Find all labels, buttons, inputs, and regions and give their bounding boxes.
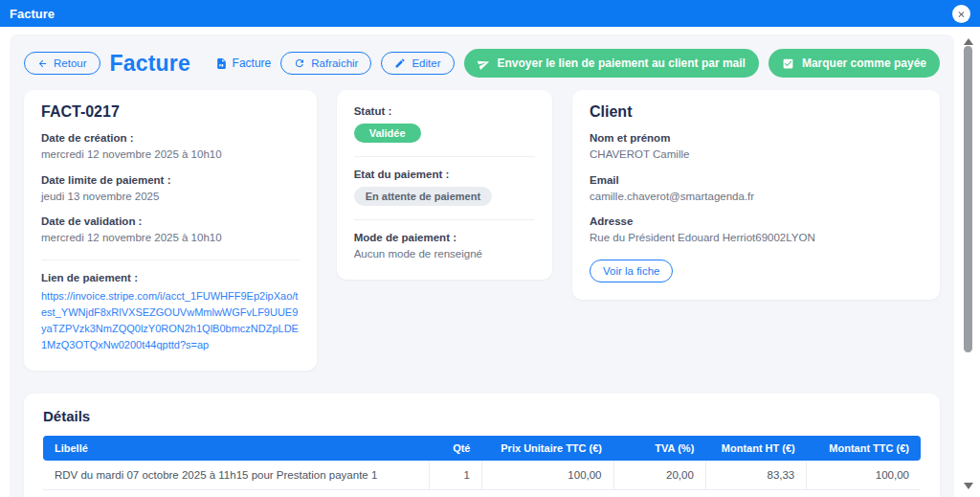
window-title: Facture	[10, 7, 55, 21]
refresh-icon	[294, 57, 305, 69]
pencil-icon	[394, 57, 406, 69]
status-label: Statut :	[354, 105, 535, 117]
invoice-pdf-link-label: Facture	[233, 56, 272, 70]
scroll-up-arrow-icon[interactable]	[964, 38, 973, 45]
client-email-value: camille.chaverot@smartagenda.fr	[590, 190, 923, 205]
cell-libelle: RDV du mardi 07 octobre 2025 à 11h15 pou…	[43, 461, 429, 490]
client-address-value: Rue du Président Edouard Herriot69002LYO…	[590, 231, 923, 246]
window-titlebar: Facture	[0, 0, 980, 27]
client-name-value: CHAVEROT Camille	[590, 147, 923, 163]
client-address-label: Adresse	[590, 215, 923, 227]
cell-montant-ht: 83,33	[705, 461, 806, 490]
details-title: Détails	[43, 408, 921, 424]
view-client-file-label: Voir la fiche	[603, 265, 659, 277]
payment-link[interactable]: https://invoice.stripe.com/i/acct_1FUWHF…	[41, 288, 300, 353]
invoice-card-divider	[41, 260, 300, 260]
edit-button[interactable]: Editer	[381, 52, 454, 75]
cell-prix-unitaire: 100,00	[481, 461, 613, 490]
cell-tva: 20,00	[613, 461, 705, 490]
back-button[interactable]: Retour	[24, 52, 100, 75]
details-card: Détails Libellé Qté Prix Unitaire TTC (€…	[24, 394, 940, 497]
due-date-value: jeudi 13 novembre 2025	[41, 190, 300, 205]
status-badge: Validée	[354, 124, 421, 143]
column-header-qte: Qté	[429, 436, 481, 461]
due-date-label: Date limite de paiement :	[41, 174, 300, 186]
column-header-tva: TVA (%)	[613, 436, 705, 461]
column-header-libelle: Libellé	[43, 436, 429, 461]
client-email-label: Email	[590, 174, 923, 186]
edit-button-label: Editer	[412, 57, 440, 69]
scroll-down-arrow-icon[interactable]	[964, 483, 973, 489]
close-button[interactable]	[952, 5, 970, 23]
page-title: Facture	[110, 51, 190, 77]
validation-date-value: mercredi 12 novembre 2025 à 10h10	[41, 231, 300, 246]
column-header-prix-unitaire: Prix Unitaire TTC (€)	[481, 436, 613, 461]
payment-link-label: Lien de paiement :	[41, 272, 300, 283]
mark-paid-button[interactable]: Marquer comme payée	[768, 49, 940, 78]
cell-montant-ttc: 100,00	[807, 461, 921, 490]
invoice-number: FACT-0217	[41, 103, 300, 121]
check-square-icon	[782, 57, 794, 70]
paper-plane-icon	[478, 57, 490, 70]
view-client-file-button[interactable]: Voir la fiche	[590, 260, 673, 282]
table-row: RDV du mardi 07 octobre 2025 à 11h15 pou…	[43, 461, 921, 490]
payment-mode-label: Mode de paiement :	[354, 232, 535, 243]
close-icon	[957, 10, 966, 18]
toolbar: Retour Facture Facture Rafraichir Edite	[24, 49, 940, 78]
creation-date-value: mercredi 12 novembre 2025 à 10h10	[41, 147, 300, 163]
details-header-row: Libellé Qté Prix Unitaire TTC (€) TVA (%…	[43, 436, 921, 461]
client-name-label: Nom et prénom	[590, 132, 923, 144]
status-card-divider-2	[354, 219, 535, 220]
creation-date-label: Date de création :	[41, 132, 300, 144]
pdf-file-icon	[215, 57, 228, 70]
info-cards-row: FACT-0217 Date de création : mercredi 12…	[24, 90, 940, 371]
arrow-left-icon	[37, 58, 48, 69]
refresh-button[interactable]: Rafraichir	[280, 52, 371, 75]
column-header-montant-ht: Montant HT (€)	[705, 436, 806, 461]
invoice-pdf-link[interactable]: Facture	[215, 56, 272, 70]
mark-paid-label: Marquer comme payée	[802, 56, 926, 70]
payment-mode-value: Aucun mode de renseigné	[354, 247, 535, 262]
send-payment-link-label: Envoyer le lien de paiement au client pa…	[498, 56, 746, 70]
payment-state-label: Etat du paiement :	[354, 169, 535, 180]
cell-qte: 1	[429, 461, 481, 490]
invoice-card: FACT-0217 Date de création : mercredi 12…	[24, 90, 317, 371]
back-button-label: Retour	[54, 57, 87, 69]
details-table: Libellé Qté Prix Unitaire TTC (€) TVA (%…	[43, 436, 921, 490]
main-panel: Retour Facture Facture Rafraichir Edite	[10, 34, 954, 497]
client-card: Client Nom et prénom CHAVEROT Camille Em…	[572, 90, 940, 300]
payment-state-badge: En attente de paiement	[354, 187, 492, 206]
client-card-title: Client	[590, 103, 923, 121]
scrollbar-thumb[interactable]	[964, 46, 972, 352]
status-card-divider-1	[354, 156, 535, 157]
vertical-scrollbar	[962, 33, 975, 497]
refresh-button-label: Rafraichir	[311, 57, 358, 69]
send-payment-link-button[interactable]: Envoyer le lien de paiement au client pa…	[464, 49, 759, 78]
status-card: Statut : Validée Etat du paiement : En a…	[337, 90, 552, 280]
toolbar-actions: Facture Rafraichir Editer Envoyer le lie…	[215, 49, 940, 78]
column-header-montant-ttc: Montant TTC (€)	[807, 436, 921, 461]
validation-date-label: Date de validation :	[41, 215, 300, 227]
